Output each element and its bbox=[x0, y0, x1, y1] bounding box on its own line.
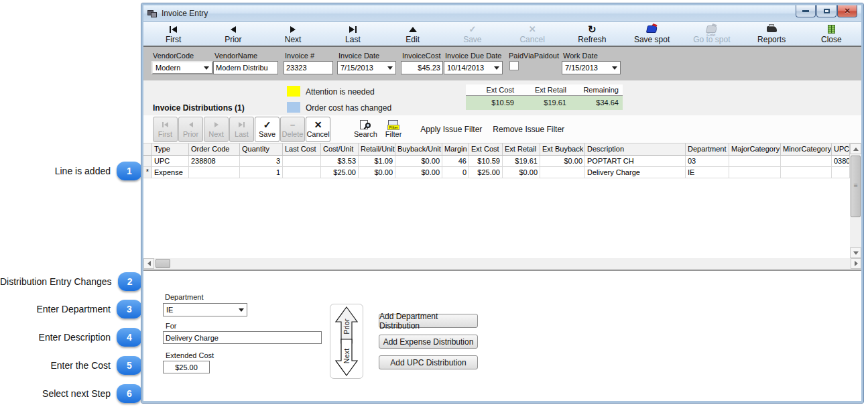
grid-horizontal-scrollbar[interactable] bbox=[143, 258, 861, 270]
grid-cell[interactable]: 03 bbox=[686, 156, 729, 167]
column-header-last-cost[interactable]: Last Cost bbox=[283, 143, 321, 156]
grid-toolbar-delete-button[interactable]: −Delete bbox=[280, 117, 305, 142]
invoice-due-date-select[interactable]: 10/14/2013 bbox=[444, 61, 503, 74]
column-header-ext-cost[interactable]: Ext Cost bbox=[469, 143, 503, 156]
column-header-ext-retail[interactable]: Ext Retail bbox=[503, 143, 540, 156]
extended-cost-input[interactable] bbox=[163, 361, 210, 373]
grid-cell[interactable] bbox=[781, 167, 832, 178]
grid-cell[interactable]: $3.53 bbox=[321, 156, 359, 167]
vendorcode-select[interactable]: Modern bbox=[151, 61, 213, 74]
grid-toolbar-filter-button[interactable]: FilterFilter bbox=[381, 117, 406, 142]
grid-toolbar-prior-button[interactable]: Prior bbox=[178, 117, 203, 142]
add-expense-distribution-button[interactable]: Add Expense Distribution bbox=[379, 335, 478, 349]
grid-cell[interactable]: $1.09 bbox=[359, 156, 395, 167]
grid-cell[interactable]: $0.00 bbox=[395, 156, 442, 167]
column-header-majorcategory[interactable]: MajorCategory bbox=[729, 143, 781, 156]
grid-toolbar-search-button[interactable]: Search bbox=[350, 117, 381, 142]
grid-cell[interactable]: $0.00 bbox=[540, 156, 585, 167]
toolbar-close[interactable]: Close bbox=[802, 22, 861, 46]
grid-cell[interactable]: $0.00 bbox=[359, 167, 395, 178]
department-select[interactable]: IE bbox=[163, 303, 247, 316]
work-date-select[interactable]: 7/15/2013 bbox=[562, 61, 621, 74]
grid-cell[interactable]: POPTART CH bbox=[585, 156, 686, 167]
grid-toolbar-apply-issue-filter-button[interactable]: Apply Issue Filter bbox=[415, 117, 487, 142]
grid-cell[interactable] bbox=[540, 167, 585, 178]
close-button[interactable]: ✕ bbox=[837, 5, 857, 17]
toolbar-cancel[interactable]: ✕Cancel bbox=[503, 22, 562, 46]
toolbar-next[interactable]: Next bbox=[263, 22, 323, 46]
grid-cell[interactable] bbox=[729, 156, 781, 167]
grid-cell[interactable]: $0.00 bbox=[395, 167, 442, 178]
grid-toolbar-cancel-button[interactable]: ✕Cancel bbox=[306, 117, 330, 142]
paidviapaidout-checkbox[interactable] bbox=[509, 61, 519, 70]
grid-toolbar-first-button[interactable]: First bbox=[153, 117, 178, 142]
column-header-department[interactable]: Department bbox=[686, 143, 729, 156]
grid-cell[interactable]: $0.00 bbox=[503, 167, 540, 178]
grid-cell[interactable]: IE bbox=[686, 167, 729, 178]
scroll-left-button[interactable] bbox=[143, 258, 154, 269]
column-header-ext-buyback[interactable]: Ext Buyback bbox=[540, 143, 585, 156]
grid-cell[interactable] bbox=[832, 167, 850, 178]
grid-toolbar-next-button[interactable]: Next bbox=[204, 117, 229, 142]
toolbar-refresh[interactable]: ↻Refresh bbox=[562, 22, 622, 46]
toolbar-go-to-spot[interactable]: GotoGo to spot bbox=[682, 22, 741, 46]
grid-cell[interactable] bbox=[283, 167, 321, 178]
toolbar-edit[interactable]: Edit bbox=[383, 22, 442, 46]
scroll-right-button[interactable] bbox=[851, 258, 861, 269]
grid-cell[interactable]: 0 bbox=[442, 167, 469, 178]
column-header-cost-unit[interactable]: Cost/Unit bbox=[321, 143, 359, 156]
for-input[interactable] bbox=[163, 331, 322, 344]
column-header-description[interactable]: Description bbox=[585, 143, 686, 156]
scroll-down-button[interactable] bbox=[850, 247, 861, 258]
grid-cell[interactable]: $25.00 bbox=[321, 167, 359, 178]
invoice-input[interactable] bbox=[284, 61, 333, 74]
add-department-distribution-button[interactable]: Add Department Distribution bbox=[379, 314, 478, 328]
minimize-button[interactable] bbox=[796, 5, 816, 17]
grid-toolbar-save-button[interactable]: ✓Save bbox=[255, 117, 280, 142]
grid-cell[interactable]: $25.00 bbox=[469, 167, 503, 178]
column-header-minorcategory[interactable]: MinorCategory bbox=[781, 143, 832, 156]
grid-cell[interactable]: $19.61 bbox=[503, 156, 540, 167]
column-header-buyback-unit[interactable]: Buyback/Unit bbox=[395, 143, 442, 156]
column-header-type[interactable]: Type bbox=[152, 143, 189, 156]
grid-cell[interactable]: 238808 bbox=[189, 156, 240, 167]
vendorname-input[interactable] bbox=[213, 61, 278, 74]
column-header-row-selector[interactable] bbox=[143, 143, 152, 156]
maximize-button[interactable] bbox=[816, 5, 836, 17]
grid-cell[interactable]: 3 bbox=[240, 156, 283, 167]
add-upc-distribution-button[interactable]: Add UPC Distribution bbox=[379, 355, 478, 369]
grid-cell[interactable] bbox=[781, 156, 832, 167]
grid-cell[interactable]: 03800 bbox=[832, 156, 850, 167]
column-header-quantity[interactable]: Quantity bbox=[240, 143, 283, 156]
grid-cell[interactable]: Expense bbox=[152, 167, 189, 178]
toolbar-first[interactable]: First bbox=[143, 22, 203, 46]
grid-cell[interactable]: 1 bbox=[240, 167, 283, 178]
grid-cell[interactable]: Delivery Charge bbox=[585, 167, 686, 178]
grid-cell[interactable]: 46 bbox=[442, 156, 469, 167]
toolbar-save-spot[interactable]: Save spot bbox=[622, 22, 682, 46]
grid-cell[interactable]: UPC bbox=[152, 156, 189, 167]
horizontal-scroll-thumb[interactable] bbox=[156, 259, 170, 268]
grid-cell[interactable] bbox=[729, 167, 781, 178]
column-header-upc[interactable]: UPC bbox=[832, 143, 850, 156]
scroll-up-button[interactable] bbox=[850, 143, 861, 154]
toolbar-last[interactable]: Last bbox=[323, 22, 383, 46]
invoice-date-select[interactable]: 7/15/2013 bbox=[337, 61, 396, 74]
row-selector[interactable]: * bbox=[143, 167, 152, 178]
column-header-order-code[interactable]: Order Code bbox=[189, 143, 240, 156]
row-selector[interactable] bbox=[143, 156, 152, 167]
toolbar-save[interactable]: ✓Save bbox=[442, 22, 502, 46]
invoicecost-input[interactable] bbox=[401, 61, 443, 74]
toolbar-reports[interactable]: Reports bbox=[742, 22, 802, 46]
grid-cell[interactable] bbox=[189, 167, 240, 178]
grid-toolbar-remove-issue-filter-button[interactable]: Remove Issue Filter bbox=[487, 117, 570, 142]
grid-toolbar-last-button[interactable]: Last bbox=[229, 117, 254, 142]
vertical-scroll-thumb[interactable]: ☰ bbox=[851, 156, 861, 217]
grid-cell[interactable] bbox=[283, 156, 321, 167]
toolbar-prior[interactable]: Prior bbox=[203, 22, 263, 46]
column-header-margin[interactable]: Margin bbox=[442, 143, 469, 156]
grid-cell[interactable]: $10.59 bbox=[469, 156, 503, 167]
column-header-retail-unit[interactable]: Retail/Unit bbox=[359, 143, 395, 156]
grid-vertical-scrollbar[interactable]: ☰ bbox=[850, 143, 861, 258]
order-cost-changed-label: Order cost has changed bbox=[306, 103, 391, 113]
